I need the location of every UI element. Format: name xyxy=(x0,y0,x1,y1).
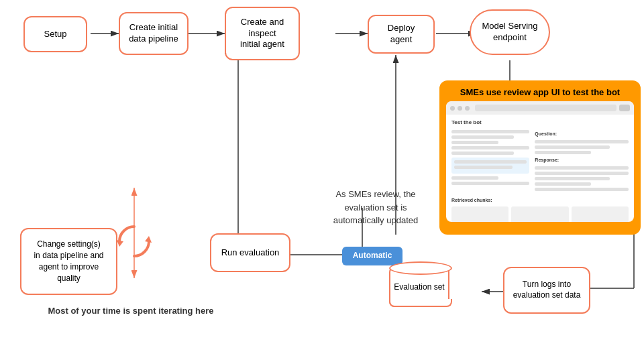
sme-section: SMEs use review app UI to test the bot T… xyxy=(439,80,641,235)
create-inspect-box: Create and inspect initial agent xyxy=(225,7,300,60)
sme-title: SMEs use review app UI to test the bot xyxy=(446,87,634,97)
iterating-label: Most of your time is spent iterating her… xyxy=(20,305,241,317)
cycle-arrows-icon xyxy=(111,218,158,265)
deploy-box: Deploy agent xyxy=(368,15,435,54)
setup-box: Setup xyxy=(23,16,87,52)
change-settings-box: Change setting(s) in data pipeline and a… xyxy=(20,228,117,295)
run-eval-box: Run evaluation xyxy=(210,233,290,272)
screenshot-mock: Test the bot xyxy=(446,101,634,222)
svg-marker-18 xyxy=(117,240,123,247)
auto-update-label: As SMEs review, the evaluation set is au… xyxy=(322,188,429,227)
evaluation-set-cylinder: Evaluation set xyxy=(389,267,449,307)
diagram: Setup Create initial data pipeline Creat… xyxy=(0,0,644,362)
turn-logs-box: Turn logs into evaluation set data xyxy=(503,267,590,314)
model-serving-box: Model Serving endpoint xyxy=(470,9,550,55)
mock-content: Test the bot xyxy=(446,115,634,222)
automatic-button[interactable]: Automatic xyxy=(342,247,402,265)
svg-marker-19 xyxy=(145,236,152,243)
mock-header xyxy=(446,101,634,115)
refresh-icon xyxy=(114,221,154,261)
pipeline-box: Create initial data pipeline xyxy=(119,12,189,55)
